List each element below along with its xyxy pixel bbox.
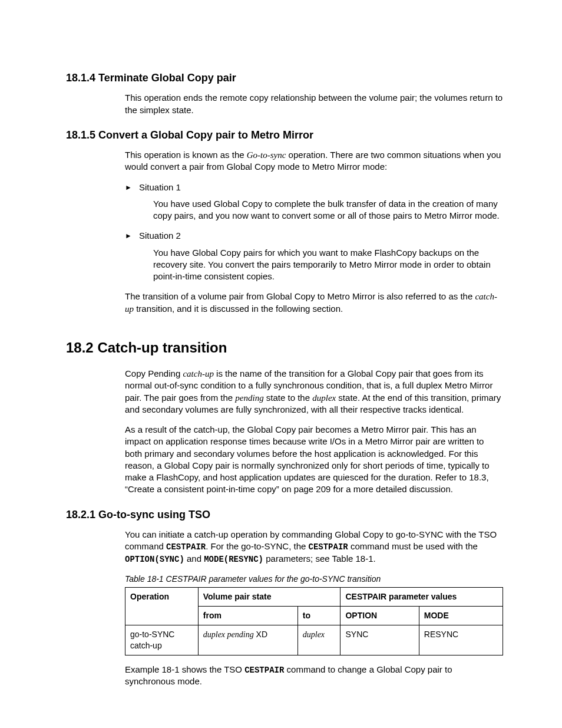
- triangle-bullet-icon: ►: [125, 183, 132, 192]
- th-volume-pair-state: Volume pair state: [198, 587, 340, 606]
- td-to: duplex: [297, 625, 340, 655]
- para-18-2-1-a: You can initiate a catch-up operation by…: [125, 529, 503, 565]
- heading-18-2: 18.2 Catch-up transition: [66, 338, 503, 357]
- heading-18-1-4: 18.1.4 Terminate Global Copy pair: [66, 71, 503, 85]
- para-18-1-5-outro: The transition of a volume pair from Glo…: [125, 291, 503, 315]
- cmd-cestpair: CESTPAIR: [166, 542, 206, 552]
- para-18-1-5-intro: This operation is known as the Go-to-syn…: [125, 149, 503, 173]
- text: Copy Pending: [125, 368, 183, 378]
- text: catch-up: [130, 641, 162, 650]
- cmd-option-sync: OPTION(SYNC): [125, 555, 184, 564]
- th-from: from: [198, 606, 297, 625]
- text: go-to-SYNC: [130, 630, 174, 639]
- text: . For the go-to-SYNC, the: [206, 541, 308, 551]
- cmd-cestpair: CESTPAIR: [309, 542, 348, 552]
- term-go-to-sync: Go-to-sync: [247, 150, 286, 160]
- situation-list: ► Situation 1 You have used Global Copy …: [125, 182, 503, 283]
- text: The transition of a volume pair from Glo…: [125, 291, 475, 301]
- term-duplex-pending: duplex pending: [203, 630, 254, 639]
- cmd-cestpair: CESTPAIR: [244, 666, 284, 675]
- text: This operation is known as the: [125, 150, 247, 160]
- th-cestpair-values: CESTPAIR parameter values: [340, 587, 503, 606]
- list-body: You have Global Copy pairs for which you…: [153, 247, 503, 283]
- td-operation: go-to-SYNC catch-up: [125, 625, 199, 655]
- th-option: OPTION: [340, 606, 419, 625]
- text: transition, and it is discussed in the f…: [134, 304, 343, 314]
- table-header-row-1: Operation Volume pair state CESTPAIR par…: [125, 587, 503, 606]
- term-duplex: duplex: [312, 393, 336, 403]
- td-mode: RESYNC: [419, 625, 503, 655]
- text: XD: [254, 630, 267, 639]
- para-18-2-a: Copy Pending catch-up is the name of the…: [125, 368, 503, 416]
- list-body: You have used Global Copy to complete th…: [153, 198, 503, 222]
- para-18-2-b: As a result of the catch-up, the Global …: [125, 424, 503, 496]
- term-duplex: duplex: [303, 630, 325, 639]
- text: Example 18-1 shows the TSO: [125, 664, 244, 674]
- list-item-situation-1: ► Situation 1 You have used Global Copy …: [125, 182, 503, 222]
- heading-18-2-1: 18.2.1 Go-to-sync using TSO: [66, 508, 503, 522]
- triangle-bullet-icon: ►: [125, 231, 132, 241]
- text: command must be used with the: [348, 541, 478, 551]
- heading-18-1-5: 18.1.5 Convert a Global Copy pair to Met…: [66, 128, 503, 142]
- text: and: [184, 554, 204, 564]
- list-label: Situation 1: [139, 182, 181, 192]
- td-option: SYNC: [340, 625, 419, 655]
- text: state to the: [264, 393, 313, 403]
- th-to: to: [297, 606, 340, 625]
- table-row: go-to-SYNC catch-up duplex pending XD du…: [125, 625, 503, 655]
- td-from: duplex pending XD: [198, 625, 297, 655]
- term-pending: pending: [235, 393, 263, 403]
- para-18-1-4: This operation ends the remote copy rela…: [125, 92, 503, 116]
- table-caption-18-1: Table 18-1 CESTPAIR parameter values for…: [125, 574, 503, 585]
- th-operation: Operation: [125, 587, 199, 625]
- list-item-situation-2: ► Situation 2 You have Global Copy pairs…: [125, 230, 503, 282]
- para-18-2-1-b: Example 18-1 shows the TSO CESTPAIR comm…: [125, 664, 503, 688]
- text: parameters; see Table 18-1.: [263, 554, 376, 564]
- th-mode: MODE: [419, 606, 503, 625]
- term-catch-up: catch-up: [183, 369, 213, 378]
- table-18-1: Operation Volume pair state CESTPAIR par…: [125, 587, 503, 655]
- cmd-mode-resync: MODE(RESYNC): [204, 555, 263, 564]
- list-label: Situation 2: [139, 230, 181, 241]
